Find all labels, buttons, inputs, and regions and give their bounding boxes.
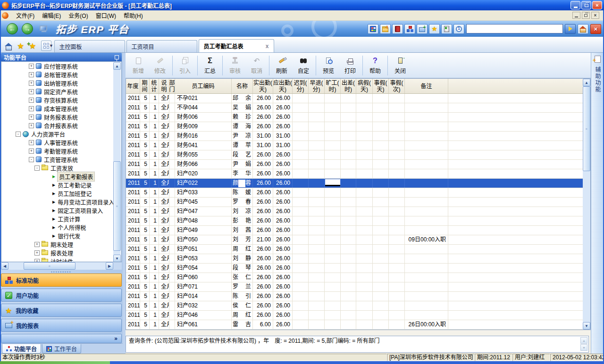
tab-2[interactable]: 工资项目 bbox=[126, 40, 197, 52]
tree-scroll-thumb[interactable]: ≡ bbox=[113, 161, 121, 251]
table-row[interactable]: 201151全月妇产046周红26.0026.00 bbox=[126, 311, 583, 320]
menu-item-编[interactable]: 编辑(E) bbox=[38, 10, 65, 20]
table-row[interactable]: 201151全月妇产060张仁26.0026.00 bbox=[126, 273, 583, 282]
tree-scroll-down-button[interactable]: ▼ bbox=[113, 255, 121, 262]
tree-item-工资计算[interactable]: ▶工资计算 bbox=[1, 215, 122, 223]
go-button[interactable] bbox=[565, 24, 576, 34]
table-row[interactable]: 201151全月不孕044吴娟26.0026.00 bbox=[126, 103, 583, 113]
column-header-dept[interactable]: 部门 bbox=[169, 79, 175, 93]
clock-bubble-button[interactable] bbox=[453, 24, 464, 34]
mdi-minimize-button[interactable] bbox=[572, 12, 580, 19]
column-header-leave_d[interactable]: 事假(天) bbox=[373, 79, 389, 93]
expand-toggle-icon[interactable]: - bbox=[34, 165, 40, 171]
tree-item-工资发放[interactable]: -工资发放 bbox=[1, 164, 122, 172]
folder-export-button[interactable] bbox=[380, 24, 391, 34]
table-row[interactable]: 201151全月财务041谭苹31.0031.00 bbox=[126, 141, 583, 150]
table-row[interactable]: 201151全月财务006赖珍26.0026.00 bbox=[126, 113, 583, 122]
expand-toggle-icon[interactable]: + bbox=[29, 106, 34, 111]
toolbar-button-帮助[interactable]: ?帮助 bbox=[364, 55, 386, 76]
report-list-button[interactable] bbox=[441, 24, 452, 34]
column-header-name[interactable]: 名称 bbox=[232, 79, 253, 93]
table-row[interactable]: 201151全月财务016尹凉31.0031.00 bbox=[126, 132, 583, 141]
column-header-year[interactable]: 年度 bbox=[126, 79, 140, 93]
add-favorite-icon[interactable]: ★ bbox=[29, 42, 36, 50]
query-scroll-down-button[interactable]: ▼ bbox=[580, 344, 587, 351]
table-row[interactable]: 201151全月妇产048彭艳26.0026.00 bbox=[126, 216, 583, 226]
column-header-leave_t[interactable]: 事假(次) bbox=[389, 79, 405, 93]
layout-dropdown-caret[interactable]: ▼ bbox=[49, 41, 54, 51]
table-row[interactable]: 201151全月妇产054段琴26.0026.00 bbox=[126, 264, 583, 273]
tab-1[interactable]: 主控面板 bbox=[54, 40, 125, 52]
panel-我的报表[interactable]: 我的报表 bbox=[1, 319, 122, 332]
restore-button[interactable] bbox=[581, 1, 591, 9]
expand-toggle-icon[interactable]: + bbox=[29, 81, 34, 86]
toolbar-button-自定[interactable]: 自定 bbox=[293, 55, 314, 76]
expand-toggle-icon[interactable]: + bbox=[34, 250, 40, 256]
toolbar-button-预览[interactable]: 预览 bbox=[318, 55, 339, 76]
table-row[interactable]: 201151全月妇产050刘芳21.0026.0009日00:00入职 bbox=[126, 235, 583, 245]
tree-item-总帐管理系统[interactable]: +总帐管理系统 bbox=[1, 70, 122, 79]
exit-button[interactable]: × bbox=[590, 24, 601, 34]
expand-toggle-icon[interactable]: + bbox=[29, 149, 34, 154]
expand-toggle-icon[interactable]: + bbox=[29, 64, 34, 69]
toolbar-button-打印[interactable]: 打印 bbox=[339, 55, 361, 76]
tree-item-固定资产系统[interactable]: +固定资产系统 bbox=[1, 87, 122, 96]
expand-toggle-icon[interactable]: + bbox=[29, 89, 34, 94]
expand-toggle-icon[interactable]: + bbox=[34, 259, 40, 263]
menu-item-文[interactable]: 文件(F) bbox=[12, 10, 38, 20]
table-row[interactable]: 201151全月不孕021邱余26.0026.00 bbox=[126, 94, 583, 103]
tree-item-期末处理[interactable]: +期末处理 bbox=[1, 240, 122, 248]
table-scroll-down-button[interactable]: ▼ bbox=[583, 322, 590, 330]
table-row[interactable]: 201151全月妇产020李华26.0026.00 bbox=[126, 169, 583, 179]
inline-edit-cell[interactable] bbox=[325, 179, 341, 186]
mdi-restore-button[interactable] bbox=[582, 12, 590, 19]
column-header-sick[interactable]: 病假(天) bbox=[356, 79, 373, 93]
dashboard-button[interactable] bbox=[368, 24, 378, 34]
tree-hscroll-thumb[interactable]: ≡ bbox=[24, 262, 76, 270]
column-header-expected[interactable]: 应出勤(天) bbox=[273, 79, 293, 93]
tree-item-每月变动工资项目录入[interactable]: ▶每月变动工资项目录入 bbox=[1, 198, 122, 206]
table-row[interactable]: 201151全月妇产014陈引26.0026.00 bbox=[126, 292, 583, 301]
column-header-absent[interactable]: 旷工(时) bbox=[325, 79, 341, 93]
expand-toggle-icon[interactable]: + bbox=[29, 98, 34, 103]
column-header-remark[interactable]: 备注 bbox=[405, 79, 448, 93]
tree-scroll-right-button[interactable]: ▶ bbox=[106, 262, 113, 270]
tree-item-工资管理系统[interactable]: -工资管理系统 bbox=[1, 155, 122, 164]
table-row[interactable]: 201151全月妇产049刘茜26.0026.00 bbox=[126, 226, 583, 235]
tree-scroll-up-button[interactable]: ▲ bbox=[113, 62, 121, 70]
table-row[interactable]: 201151全月妇产045罗春26.0026.00 bbox=[126, 198, 583, 207]
tree-item-个人所得税[interactable]: ▶个人所得税 bbox=[1, 223, 122, 232]
table-row[interactable]: 201151全月财务009谭海26.0026.00 bbox=[126, 122, 583, 132]
table-row[interactable]: 201151全月妇产071罗兰26.0026.00 bbox=[126, 282, 583, 292]
table-row[interactable]: 201151全月妇产022颜蓉26.0026.00 bbox=[126, 179, 583, 188]
table-row[interactable]: 201151全月妇产047刘凉26.0026.00 bbox=[126, 207, 583, 216]
tree-vertical-scrollbar[interactable]: ▲ ≡ ▼ bbox=[113, 62, 121, 262]
toolbar-button-汇总[interactable]: Σ汇总 bbox=[199, 55, 221, 76]
tree-item-固定工资项目录入[interactable]: ▶固定工资项目录入 bbox=[1, 206, 122, 215]
toolbar-button-刷新[interactable]: 刷新 bbox=[271, 55, 293, 76]
home-icon[interactable] bbox=[5, 43, 12, 50]
tree-item-合并报表系统[interactable]: +合并报表系统 bbox=[1, 121, 122, 130]
tree-item-出纳管理系统[interactable]: +出纳管理系统 bbox=[1, 79, 122, 87]
table-row[interactable]: 201151全月妇产053刘静26.0026.00 bbox=[126, 254, 583, 264]
pin-icon[interactable] bbox=[115, 55, 119, 59]
column-header-code[interactable]: 员工编码 bbox=[175, 79, 232, 93]
tree-item-存货核算系统[interactable]: +存货核算系统 bbox=[1, 96, 122, 104]
column-header-desc[interactable]: 说明 bbox=[159, 79, 169, 93]
expand-toggle-icon[interactable]: + bbox=[34, 242, 40, 247]
minimize-button[interactable] bbox=[570, 1, 580, 9]
tab-3[interactable]: 员工考勤汇总表x bbox=[199, 39, 274, 52]
column-header-early[interactable]: 早退(分) bbox=[309, 79, 325, 93]
table-row[interactable]: 201151全月妇产061雷吉6.0026.0026日00:00入职 bbox=[126, 320, 583, 330]
quick-search-input[interactable] bbox=[466, 24, 563, 33]
table-row[interactable]: 201151全月妇产033陈媛26.0026.00 bbox=[126, 188, 583, 198]
mdi-close-button[interactable]: × bbox=[591, 12, 599, 19]
table-vertical-scrollbar[interactable]: ▲ ≡ ▼ bbox=[583, 79, 590, 330]
query-scroll-up-button[interactable]: ▲ bbox=[580, 337, 587, 344]
tree-item-员工加班登记[interactable]: ▶员工加班登记 bbox=[1, 189, 122, 198]
tree-item-员工考勤报表[interactable]: ▶员工考勤报表 bbox=[1, 172, 122, 181]
column-header-stat[interactable]: 统计 bbox=[150, 79, 159, 93]
toolbar-button-关闭[interactable]: 关闭 bbox=[389, 55, 411, 76]
tree-item-应付管理系统[interactable]: +应付管理系统 bbox=[1, 62, 122, 70]
org-chart-button[interactable] bbox=[404, 24, 415, 34]
